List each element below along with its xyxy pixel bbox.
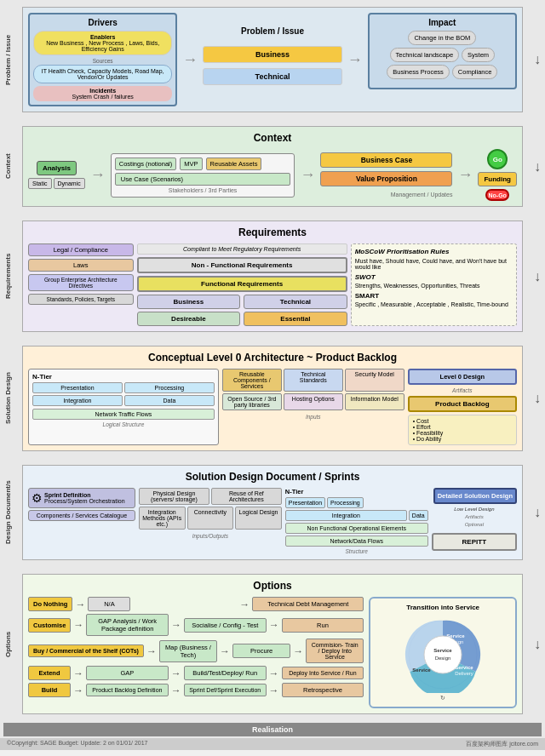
impact-item-tech: Technical landscape <box>390 48 460 62</box>
section-label-options: Options <box>0 567 15 721</box>
management-label: Management / Updates <box>320 192 452 198</box>
logical-label: Logical Structure <box>32 421 215 427</box>
legal-box: Legal / Compliance <box>28 243 134 256</box>
opt-procure: Procure <box>232 644 290 658</box>
opt-arrow-4c: → <box>269 667 279 679</box>
components-box: Components / Services Catalogue <box>28 510 135 521</box>
funding-box: Funding <box>478 172 517 186</box>
section-label-requirements: Requirements <box>0 214 15 339</box>
incidents-box: Incidents System Crash / failures <box>33 86 172 101</box>
ntier-design-label: N-Tier <box>285 488 428 495</box>
section-solution-design: Solution Design Conceptual Level 0 Archi… <box>0 339 545 458</box>
moscow-title: MoSCoW Prioritisation Rules <box>355 248 513 255</box>
standards-box: Standards, Policies, Targets <box>28 294 134 305</box>
integration-methods-item: Integration Methods (APIs etc.) <box>139 507 186 530</box>
impact-box: Impact Change in the BOM Technical lands… <box>368 13 517 89</box>
reuse-item: Reuse of Ref Architectures <box>211 488 282 505</box>
drivers-title: Drivers <box>33 18 172 27</box>
opt-gap: GAP <box>86 666 169 680</box>
section-label-design: Design Document/s <box>0 458 15 567</box>
options-row-cots: Buy / Commercial of the Shelf (COTs) → M… <box>28 639 364 663</box>
integration-cell: Integration <box>32 395 123 406</box>
funding-go-area: Go Funding No-Go <box>478 149 517 201</box>
options-left: Do Nothing → N/A → Technical Debt Manage… <box>28 597 364 708</box>
arrow-analysis-context: → <box>90 166 106 184</box>
opt-arrow-2c: → <box>269 619 279 631</box>
product-backlog-box: Product Backlog <box>408 396 517 412</box>
section-context: Context Context Analysis Static Dynamic … <box>0 119 545 214</box>
section-label-solution: Solution Design <box>0 339 15 458</box>
impact-item-bom: Change in the BOM <box>408 31 476 45</box>
sprint-icon: ⚙ <box>32 491 43 505</box>
swot-title: SWOT <box>355 273 513 281</box>
opt-arrow-1: → <box>75 598 85 610</box>
opt-arrow-5c: → <box>269 684 279 696</box>
service-circle-svg: Service Design Service Design Service De… <box>404 616 481 693</box>
analysis-btn: Analysis <box>37 161 77 175</box>
arrow-down-problem: ↓ <box>530 0 545 119</box>
opt-na: N/A <box>88 597 130 611</box>
detailed-area: Detailed Solution Design Low Level Desig… <box>432 488 517 554</box>
biz-case-box: Business Case <box>320 152 452 168</box>
transition-title: Transition into Service <box>406 604 479 611</box>
moscow-text: Must have, Should have, Could have, and … <box>355 258 513 270</box>
opt-arrow-3: → <box>146 645 157 657</box>
security-item: Security Model <box>345 369 404 392</box>
impact-item-biz: Business Process <box>387 65 450 79</box>
opt-customise: Customise <box>28 618 71 633</box>
nonfunc-box: Non - Functional Requirements <box>137 257 347 273</box>
artifacts5-label: Artifacts <box>432 514 517 519</box>
network-design-row: Network/Data Flows <box>285 536 428 547</box>
svg-text:Service: Service <box>446 633 465 639</box>
options-row-extend: Extend → GAP → Build/Test/Deploy/ Run → … <box>28 666 364 680</box>
level0-box: Level 0 Design <box>408 369 517 385</box>
tech-standards-item: Technical Standards <box>284 369 343 392</box>
section-problem-issue: Problem / Issue Drivers Enablers New Bus… <box>0 0 545 119</box>
website-text: 百度架构师图库 jcitore.com <box>466 740 538 748</box>
options-row-customise: Customise → GAP Analysis / Work Package … <box>28 614 364 636</box>
problem-box: Problem / Issue Business Technical <box>203 13 341 85</box>
enterprise-box: Group Enterprise Architecture Directives <box>28 274 134 291</box>
arrow-biz-funding: → <box>457 166 473 184</box>
inputs-outputs-label: Inputs/Outputs <box>139 533 282 539</box>
opt-commision: Commision- Train / Deploy Into Service <box>306 639 364 663</box>
svg-text:Service: Service <box>433 648 452 653</box>
impact-title: Impact <box>373 18 512 27</box>
opt-arrow-3b: → <box>220 645 230 657</box>
design-docs-title: Solution Design Document / Sprints <box>28 471 517 483</box>
problem-title: Problem / Issue <box>203 26 341 36</box>
opt-run: Run <box>282 618 364 633</box>
detailed-box: Detailed Solution Design <box>433 488 517 504</box>
smart-text: Specific , Measurable , Acceptable , Rea… <box>355 301 513 307</box>
cost-list: • Cost • Effort • Feasibility • Do Abili… <box>408 415 517 445</box>
arrow-context-biz: → <box>300 166 315 184</box>
physical-item: Physical Design (servers/ storage) <box>139 488 209 505</box>
inputs-label: Inputs <box>222 414 404 420</box>
smart-title: SMART <box>355 292 513 300</box>
reusable-item: Reusable Components / Services <box>222 369 282 392</box>
service-arrow-desc: ↻ <box>440 695 445 702</box>
stakeholders-label: Stakeholders / 3rd Parties <box>115 187 291 193</box>
data-design-cell: Data <box>409 510 428 521</box>
nonfunc-design-row: Non Functional Operational Elements <box>285 523 428 534</box>
connectivity-item: Connectivity <box>187 507 234 530</box>
pres-design-cell: Presentation <box>285 497 325 508</box>
arrow-down-design: ↓ <box>530 458 545 567</box>
essential-box: Essential <box>244 312 347 326</box>
artifacts-label: Artifacts <box>408 387 517 393</box>
optional-label: Optional <box>432 522 517 527</box>
arrow-problem-impact: → <box>347 51 363 69</box>
design-middle: Physical Design (servers/ storage) Reuse… <box>139 488 282 554</box>
impact-item-compliance: Compliance <box>452 65 498 79</box>
opt-arrow-2b: → <box>171 619 181 631</box>
opt-deploy: Deploy Into Service / Run <box>282 667 364 679</box>
req-technical-box: Technical <box>244 295 347 309</box>
section-design-docs: Design Document/s Solution Design Docume… <box>0 458 545 567</box>
proc-design-cell: Processing <box>327 497 364 508</box>
opt-arrow-5b: → <box>171 684 181 696</box>
network-row: Network Traffic Flows <box>32 409 215 420</box>
opt-nothing: Do Nothing <box>28 597 72 611</box>
svg-text:Delivery: Delivery <box>455 671 473 676</box>
go-circle: Go <box>487 149 508 169</box>
sources-label: Sources <box>33 58 172 64</box>
